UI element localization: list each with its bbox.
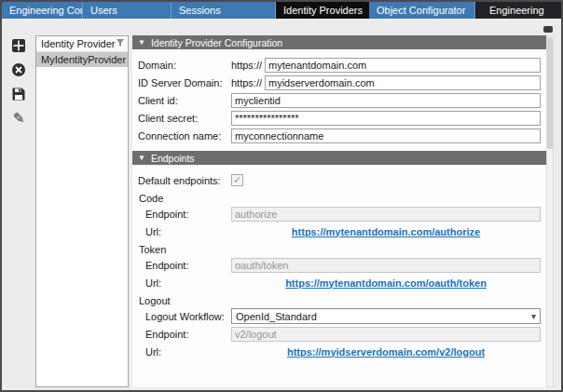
field-label: Endpoint: (145, 260, 231, 271)
form-row-domain: Domain: https:// (138, 57, 541, 73)
section-header-configuration[interactable]: ▼ Identity Provider Configuration (132, 35, 549, 49)
form-row-logout-endpoint: Endpoint: (145, 326, 541, 342)
identity-provider-list-panel: Identity Provider Conf MyIdentityProvide… (35, 35, 129, 387)
top-tab-bar: Engineering Console Users Sessions Ident… (2, 2, 561, 19)
field-label: Domain: (138, 60, 231, 71)
field-label: ID Server Domain: (138, 77, 231, 88)
client-secret-input[interactable] (231, 111, 541, 126)
pencil-glyph: ✎ (13, 111, 25, 125)
field-label: Connection name: (138, 130, 231, 142)
scrollbar-thumb[interactable] (547, 37, 553, 149)
edit-icon[interactable]: ✎ (11, 110, 27, 126)
form-row-default-endpoints: Default endpoints: ✓ (138, 172, 541, 188)
form-row-code-endpoint: Endpoint: (145, 206, 541, 222)
section-title: Identity Provider Configuration (151, 37, 282, 48)
domain-input[interactable] (265, 58, 541, 73)
connection-name-input[interactable] (231, 128, 541, 143)
logout-workflow-select[interactable]: OpenId_Standard ▾ (231, 308, 541, 324)
tab-identity-providers[interactable]: Identity Providers (276, 2, 369, 19)
group-label-code: Code (139, 193, 549, 204)
form-row-id-server-domain: ID Server Domain: https:// (138, 74, 541, 90)
form-row-code-url: Url: https://mytenantdomain.com/authoriz… (145, 223, 541, 239)
protocol-prefix: https:// (231, 77, 265, 88)
selected-option: OpenId_Standard (236, 311, 531, 322)
group-label-token: Token (139, 244, 549, 255)
token-endpoint-input[interactable] (231, 258, 541, 273)
sidebar-header: Identity Provider Conf (36, 36, 128, 52)
collapse-icon: ▼ (138, 39, 145, 47)
token-url-link[interactable]: https://mytenantdomain.com/oauth/token (285, 277, 487, 289)
client-id-input[interactable] (231, 93, 541, 108)
logout-url-link[interactable]: https://myidserverdomain.com/v2/logout (287, 346, 485, 358)
id-server-domain-input[interactable] (265, 75, 541, 90)
vertical-scrollbar[interactable] (546, 35, 554, 387)
tab-engineering-mode[interactable]: Engineering (475, 2, 561, 19)
grid-icon[interactable] (11, 37, 27, 53)
delete-icon[interactable] (11, 61, 27, 77)
form-row-client-id: Client id: (138, 92, 541, 108)
field-label: Url: (145, 226, 231, 237)
form-row-token-url: Url: https://mytenantdomain.com/oauth/to… (145, 275, 541, 291)
field-label: Default endpoints: (138, 175, 231, 186)
checkmark-icon: ✓ (233, 175, 241, 185)
form-row-logout-url: Url: https://myidserverdomain.com/v2/log… (145, 344, 541, 359)
field-label: Client id: (138, 95, 231, 106)
field-label: Client secret: (138, 113, 231, 124)
code-url-link[interactable]: https://mytenantdomain.com/authorize (292, 226, 480, 237)
configuration-panel: ▼ Identity Provider Configuration Domain… (132, 35, 549, 387)
field-label: Url: (145, 277, 231, 289)
url-cell: https://mytenantdomain.com/oauth/token (231, 277, 541, 289)
filter-icon[interactable] (116, 38, 125, 49)
field-label: Logout Workflow: (145, 311, 231, 322)
group-label-logout: Logout (139, 295, 549, 306)
left-toolbar: ✎ (7, 37, 30, 126)
section-title: Endpoints (151, 153, 195, 164)
logout-endpoint-input[interactable] (231, 327, 541, 342)
tab-object-configurator[interactable]: Object Configurator (369, 2, 475, 19)
code-endpoint-input[interactable] (231, 207, 541, 222)
protocol-prefix: https:// (231, 60, 265, 71)
splitter-handle[interactable] (543, 26, 553, 33)
field-label: Endpoint: (145, 209, 231, 220)
form-row-logout-workflow: Logout Workflow: OpenId_Standard ▾ (145, 308, 541, 324)
url-cell: https://mytenantdomain.com/authorize (231, 226, 541, 237)
tab-users[interactable]: Users (83, 2, 172, 19)
form-row-client-secret: Client secret: (138, 110, 541, 126)
form-row-token-endpoint: Endpoint: (145, 257, 541, 273)
default-endpoints-checkbox[interactable]: ✓ (231, 174, 243, 186)
application-window: Engineering Console Users Sessions Ident… (0, 0, 563, 392)
field-label: Endpoint: (145, 329, 231, 340)
collapse-icon: ▼ (138, 155, 145, 162)
save-icon[interactable] (11, 86, 27, 101)
tab-engineering-console[interactable]: Engineering Console (2, 2, 83, 19)
form-row-connection-name: Connection name: (138, 128, 541, 143)
chevron-down-icon: ▾ (531, 311, 536, 321)
url-cell: https://myidserverdomain.com/v2/logout (231, 346, 541, 358)
list-item-my-identity-provider[interactable]: MyIdentityProvider (36, 52, 128, 67)
section-header-endpoints[interactable]: ▼ Endpoints (132, 151, 549, 165)
sidebar-header-label: Identity Provider Conf (41, 38, 116, 49)
tab-sessions[interactable]: Sessions (172, 2, 276, 19)
field-label: Url: (145, 346, 231, 358)
